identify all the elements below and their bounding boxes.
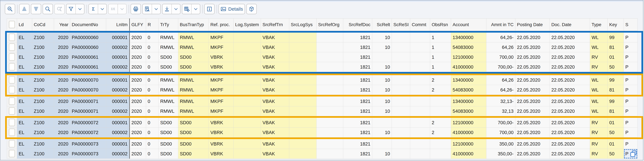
cell-type[interactable]: RV [590, 149, 608, 159]
cell-ld[interactable]: EL [17, 33, 32, 42]
cell-docdate[interactable]: 22.05.2020 [550, 97, 590, 106]
cell-commt[interactable] [410, 85, 430, 95]
cell-docno[interactable]: PA00000061 [70, 52, 106, 62]
cell-cocd[interactable]: Z100 [32, 139, 54, 149]
cell-glfy[interactable]: 2020 [129, 118, 146, 128]
cell-amnt[interactable]: 64,26- [486, 85, 515, 95]
cell-postdate[interactable]: 22.05.2020 [515, 33, 550, 42]
cell-year[interactable]: 2020 [54, 33, 70, 42]
graphic-button[interactable] [246, 4, 257, 14]
cell-srclogsys[interactable] [289, 106, 316, 116]
cell-logsystem[interactable] [234, 149, 261, 159]
cell-commt[interactable] [410, 118, 430, 128]
cell-sel[interactable] [7, 85, 17, 95]
cell-docdate[interactable]: 22.05.2020 [550, 106, 590, 116]
cell-r[interactable]: 0 [146, 42, 158, 52]
cell-srclogsys[interactable] [289, 75, 316, 85]
layout-button[interactable] [182, 4, 200, 14]
cell-s[interactable]: P [624, 33, 638, 42]
cell-obsrsn[interactable]: 2 [430, 128, 451, 137]
cell-lnitm[interactable]: 000002 [106, 106, 129, 116]
cell-postdate[interactable]: 22.05.2020 [515, 75, 550, 85]
cell-amnt[interactable]: 700,00- [486, 118, 515, 128]
cell-docdate[interactable]: 22.05.2020 [550, 149, 590, 159]
row-checkbox[interactable] [9, 34, 15, 41]
find-next-button[interactable] [54, 4, 65, 14]
cell-srclogsys[interactable] [289, 149, 316, 159]
cell-cocd[interactable]: Z100 [32, 42, 54, 52]
cell-srclogsys[interactable] [289, 97, 316, 106]
cell-cocd[interactable]: Z100 [32, 62, 54, 72]
cell-scresi[interactable] [392, 52, 410, 62]
sort-descending-button[interactable] [31, 4, 41, 14]
cell-srcrefdoc[interactable]: 1821 [343, 128, 372, 137]
cell-year[interactable]: 2020 [54, 149, 70, 159]
cell-screlt[interactable]: 10 [372, 128, 392, 137]
cell-docdate[interactable]: 22.05.2020 [550, 42, 590, 52]
total-button[interactable]: Σ [88, 4, 107, 14]
cell-bustrantyp[interactable]: RMWL [178, 33, 209, 42]
row-checkbox[interactable] [9, 86, 15, 93]
cell-sel[interactable] [7, 52, 17, 62]
details-button[interactable]: Details [218, 4, 245, 14]
cell-s[interactable]: P [624, 128, 638, 137]
cell-s[interactable]: P [624, 85, 638, 95]
column-header-srclogsys[interactable]: SrcLogSys [289, 18, 316, 31]
cell-ld[interactable]: EL [17, 62, 32, 72]
cell-srcrefdoc[interactable]: 1821 [343, 75, 372, 85]
cell-trty[interactable]: SD00 [158, 52, 178, 62]
cell-lnitm[interactable]: 000002 [106, 128, 129, 137]
cell-glfy[interactable]: 2020 [129, 149, 146, 159]
cell-commt[interactable] [410, 106, 430, 116]
cell-s[interactable]: P [624, 62, 638, 72]
column-header-postdate[interactable]: Posting Date [515, 18, 550, 31]
cell-amnt[interactable]: 350,00- [486, 149, 515, 159]
cell-glfy[interactable]: 2020 [129, 139, 146, 149]
cell-type[interactable]: WL [590, 42, 608, 52]
cell-srcrefdoc[interactable]: 1821 [343, 52, 372, 62]
cell-bustrantyp[interactable]: RMWL [178, 106, 209, 116]
cell-amnt[interactable]: 32,13- [486, 97, 515, 106]
row-checkbox[interactable] [9, 76, 15, 84]
cell-trty[interactable]: RMWL [158, 33, 178, 42]
column-header-refproc[interactable]: Ref. proc. [209, 18, 234, 31]
filter-button[interactable] [66, 4, 84, 14]
column-header-commt[interactable]: Commt [410, 18, 430, 31]
cell-year[interactable]: 2020 [54, 75, 70, 85]
cell-srclogsys[interactable] [289, 62, 316, 72]
chevron-down-icon[interactable] [98, 4, 106, 14]
row-checkbox[interactable] [9, 129, 15, 136]
cell-obsrsn[interactable]: 1 [430, 33, 451, 42]
column-header-bustrantyp[interactable]: BusTranTyp [178, 18, 209, 31]
cell-scresi[interactable] [392, 149, 410, 159]
cell-account[interactable]: 54083000 [451, 42, 486, 52]
cell-docdate[interactable]: 22.05.2020 [550, 33, 590, 42]
cell-trty[interactable]: RMWL [158, 85, 178, 95]
cell-commt[interactable] [410, 75, 430, 85]
cell-bustrantyp[interactable]: SD00 [178, 52, 209, 62]
cell-account[interactable]: 41000000 [451, 62, 486, 72]
cell-bustrantyp[interactable]: SD00 [178, 118, 209, 128]
cell-glfy[interactable]: 2020 [129, 97, 146, 106]
cell-logsystem[interactable] [234, 33, 261, 42]
cell-trty[interactable]: SD00 [158, 139, 178, 149]
column-header-lnitm[interactable]: LnItm [106, 18, 129, 31]
cell-trty[interactable]: RMWL [158, 75, 178, 85]
cell-logsystem[interactable] [234, 118, 261, 128]
cell-srcrefdoc[interactable]: 1821 [343, 97, 372, 106]
cell-postdate[interactable]: 22.05.2020 [515, 97, 550, 106]
export-button[interactable] [162, 4, 180, 14]
cell-r[interactable]: 0 [146, 75, 158, 85]
cell-obsrsn[interactable]: 1 [430, 42, 451, 52]
cell-logsystem[interactable] [234, 106, 261, 116]
column-header-trty[interactable]: TrTy [158, 18, 178, 31]
cell-postdate[interactable]: 22.05.2020 [515, 62, 550, 72]
cell-logsystem[interactable] [234, 97, 261, 106]
cell-refproc[interactable]: MKPF [209, 42, 234, 52]
cell-screlt[interactable]: 10 [372, 42, 392, 52]
cell-r[interactable]: 0 [146, 85, 158, 95]
cell-r[interactable]: 0 [146, 139, 158, 149]
cell-scresi[interactable] [392, 75, 410, 85]
cell-srcreftrn[interactable]: VBAK [261, 149, 289, 159]
cell-s[interactable]: P [624, 106, 638, 116]
